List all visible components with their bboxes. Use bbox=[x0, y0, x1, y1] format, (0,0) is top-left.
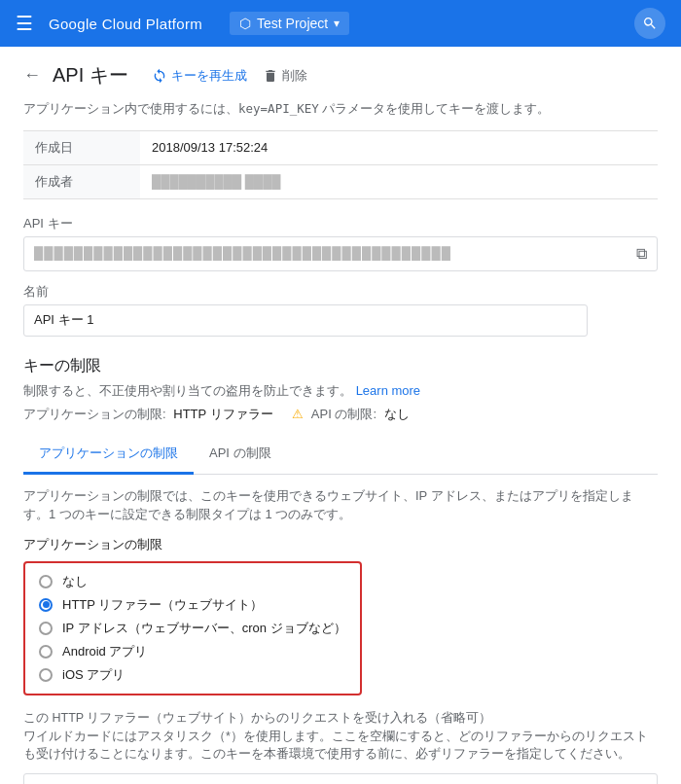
radio-http[interactable]: HTTP リファラー（ウェブサイト） bbox=[39, 596, 346, 614]
api-key-label: API キー bbox=[23, 215, 658, 232]
app-logo: Google Cloud Platform bbox=[49, 16, 202, 32]
name-input[interactable] bbox=[23, 304, 588, 337]
app-restrictions-box-label: アプリケーションの制限 bbox=[23, 536, 658, 553]
created-value: 2018/09/13 17:52:24 bbox=[140, 130, 658, 164]
tab-api-restrictions[interactable]: API の制限 bbox=[194, 435, 287, 475]
back-button[interactable]: ← bbox=[23, 65, 41, 86]
app-restriction-value: HTTP リファラー bbox=[173, 407, 272, 421]
name-label: 名前 bbox=[23, 283, 658, 301]
project-name: Test Project bbox=[257, 16, 328, 31]
radio-android-label: Android アプリ bbox=[62, 643, 147, 660]
info-row-created: 作成日 2018/09/13 17:52:24 bbox=[23, 130, 658, 164]
copy-icon[interactable]: ⧉ bbox=[636, 245, 647, 263]
menu-icon[interactable]: ☰ bbox=[16, 12, 33, 35]
radio-ip-circle bbox=[39, 622, 53, 635]
author-label: 作成者 bbox=[23, 164, 140, 198]
restriction-summary: アプリケーションの制限: HTTP リファラー ⚠ API の制限: なし bbox=[23, 406, 658, 423]
delete-button[interactable]: 削除 bbox=[263, 67, 307, 85]
radio-http-label: HTTP リファラー（ウェブサイト） bbox=[62, 596, 263, 614]
radio-http-circle bbox=[39, 598, 53, 612]
api-restriction-value: なし bbox=[384, 407, 410, 421]
api-key-value: ████████████████████████████████████████… bbox=[34, 246, 636, 261]
page-title-row: ← API キー キーを再生成 削除 bbox=[23, 62, 658, 89]
created-label: 作成日 bbox=[23, 130, 140, 164]
radio-ios[interactable]: iOS アプリ bbox=[39, 666, 346, 684]
radio-ios-circle bbox=[39, 668, 53, 682]
project-icon: ⬡ bbox=[239, 16, 251, 31]
main-content: ← API キー キーを再生成 削除 アプリケーション内で使用するには、key=… bbox=[0, 47, 681, 784]
api-key-field: ████████████████████████████████████████… bbox=[23, 236, 658, 271]
tabs-container: アプリケーションの制限 API の制限 bbox=[23, 435, 658, 475]
author-value: ██████████ ████ bbox=[140, 164, 658, 198]
warning-icon: ⚠ bbox=[292, 407, 304, 421]
radio-ios-label: iOS アプリ bbox=[62, 666, 125, 684]
referrer-description: この HTTP リファラー（ウェブサイト）からのリクエストを受け入れる（省略可）… bbox=[23, 709, 658, 764]
radio-none[interactable]: なし bbox=[39, 573, 346, 590]
header: ☰ Google Cloud Platform ⬡ Test Project ▾ bbox=[0, 0, 681, 47]
description-text: アプリケーション内で使用するには、key=API_KEY パラメータを使用してキ… bbox=[23, 100, 658, 119]
project-arrow-icon: ▾ bbox=[334, 17, 340, 30]
search-button[interactable] bbox=[634, 8, 665, 39]
radio-android[interactable]: Android アプリ bbox=[39, 643, 346, 660]
tab-app-restrictions[interactable]: アプリケーションの制限 bbox=[23, 435, 194, 475]
info-table: 作成日 2018/09/13 17:52:24 作成者 ██████████ █… bbox=[23, 130, 658, 199]
referrer-existing-row: http://www.no-b.co.jp × bbox=[23, 773, 658, 784]
radio-ip[interactable]: IP アドレス（ウェブサーバー、cron ジョブなど） bbox=[39, 620, 346, 637]
radio-none-circle bbox=[39, 575, 53, 588]
restrictions-section-title: キーの制限 bbox=[23, 356, 658, 376]
radio-android-circle bbox=[39, 645, 53, 659]
app-restrictions-box: なし HTTP リファラー（ウェブサイト） IP アドレス（ウェブサーバー、cr… bbox=[23, 561, 362, 695]
regenerate-button[interactable]: キーを再生成 bbox=[152, 67, 247, 85]
project-selector[interactable]: ⬡ Test Project ▾ bbox=[230, 12, 349, 35]
info-row-author: 作成者 ██████████ ████ bbox=[23, 164, 658, 198]
restriction-description: 制限すると、不正使用や割り当ての盗用を防止できます。 Learn more bbox=[23, 382, 658, 400]
radio-ip-label: IP アドレス（ウェブサーバー、cron ジョブなど） bbox=[62, 620, 346, 637]
radio-none-label: なし bbox=[62, 573, 88, 590]
referrer-remove-button[interactable]: × bbox=[638, 780, 647, 784]
page-title: API キー bbox=[53, 62, 128, 89]
tab-description: アプリケーションの制限では、このキーを使用できるウェブサイト、IP アドレス、ま… bbox=[23, 486, 658, 524]
learn-more-link[interactable]: Learn more bbox=[356, 383, 420, 398]
app-restriction-label: アプリケーションの制限: bbox=[23, 407, 166, 421]
api-restriction-label: API の制限: bbox=[311, 407, 376, 421]
